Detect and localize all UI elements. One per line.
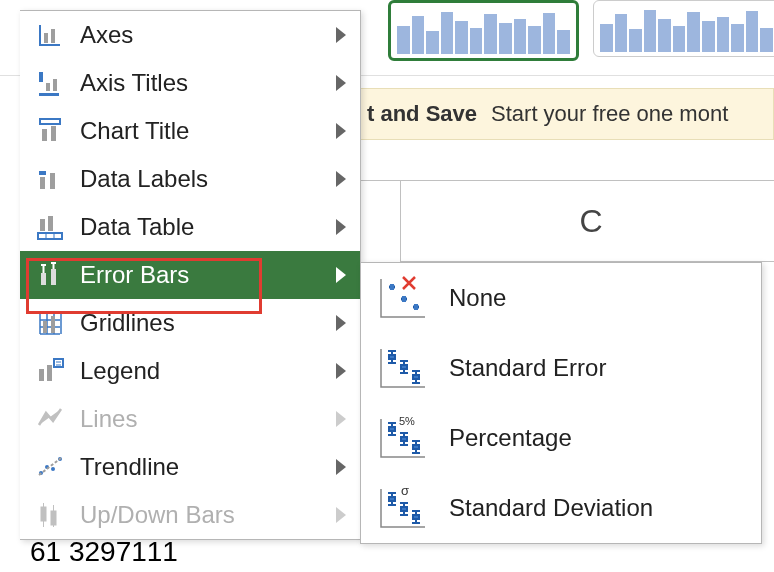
chevron-right-icon	[336, 507, 346, 523]
error-bars-none-icon	[375, 273, 431, 323]
svg-rect-8	[51, 126, 56, 141]
axes-icon	[34, 19, 66, 51]
legend-icon	[34, 355, 66, 387]
error-bars-icon	[34, 259, 66, 291]
submenu-label: Standard Deviation	[449, 494, 653, 522]
svg-rect-6	[40, 119, 60, 124]
menu-label: Up/Down Bars	[80, 501, 336, 529]
submenu-item-none[interactable]: None	[361, 263, 761, 333]
svg-rect-0	[44, 33, 48, 43]
svg-rect-68	[413, 445, 419, 449]
menu-item-trendline[interactable]: Trendline	[20, 443, 360, 491]
menu-item-lines: Lines	[20, 395, 360, 443]
svg-rect-25	[39, 369, 44, 381]
svg-text:σ: σ	[401, 483, 409, 498]
error-bars-stderr-icon	[375, 343, 431, 393]
svg-rect-14	[38, 233, 62, 239]
svg-rect-77	[401, 507, 407, 511]
svg-rect-17	[41, 273, 46, 285]
promo-banner: t and Save Start your free one mont	[360, 88, 774, 140]
svg-rect-47	[389, 355, 395, 359]
chart-element-menu: Axes Axis Titles Chart Title Data Labels…	[20, 10, 361, 540]
submenu-item-standard-error[interactable]: Standard Error	[361, 333, 761, 403]
sheet-header-row: C	[360, 180, 774, 271]
data-labels-icon	[34, 163, 66, 195]
column-header-c[interactable]: C	[400, 181, 774, 262]
menu-item-legend[interactable]: Legend	[20, 347, 360, 395]
svg-text:5%: 5%	[399, 415, 415, 427]
svg-rect-73	[389, 497, 395, 501]
submenu-label: Standard Error	[449, 354, 606, 382]
menu-label: Data Table	[80, 213, 336, 241]
menu-item-data-table[interactable]: Data Table	[20, 203, 360, 251]
menu-item-updown-bars: Up/Down Bars	[20, 491, 360, 539]
svg-rect-60	[389, 427, 395, 431]
menu-label: Trendline	[80, 453, 336, 481]
menu-item-data-labels[interactable]: Data Labels	[20, 155, 360, 203]
svg-rect-13	[48, 216, 53, 231]
submenu-label: None	[449, 284, 506, 312]
chevron-right-icon	[336, 363, 346, 379]
chevron-right-icon	[336, 315, 346, 331]
svg-rect-5	[39, 93, 59, 96]
error-bars-stddev-icon: σ	[375, 483, 431, 533]
error-bars-submenu: None Standard Error 5%	[360, 262, 762, 544]
error-bars-percentage-icon: 5%	[375, 413, 431, 463]
chart-style-thumb-2[interactable]	[593, 0, 774, 57]
svg-rect-1	[51, 29, 55, 43]
chevron-right-icon	[336, 411, 346, 427]
svg-rect-24	[51, 316, 55, 333]
menu-item-axis-titles[interactable]: Axis Titles	[20, 59, 360, 107]
chart-style-thumb-selected[interactable]	[388, 0, 579, 61]
chevron-right-icon	[336, 267, 346, 283]
submenu-label: Percentage	[449, 424, 572, 452]
chevron-right-icon	[336, 27, 346, 43]
svg-rect-2	[39, 72, 43, 82]
svg-rect-41	[402, 296, 406, 302]
svg-rect-81	[413, 515, 419, 519]
svg-rect-4	[53, 79, 57, 91]
svg-rect-55	[413, 375, 419, 379]
menu-label: Axes	[80, 21, 336, 49]
svg-point-32	[51, 467, 55, 471]
menu-item-axes[interactable]: Axes	[20, 11, 360, 59]
menu-item-chart-title[interactable]: Chart Title	[20, 107, 360, 155]
chevron-right-icon	[336, 459, 346, 475]
menu-label: Axis Titles	[80, 69, 336, 97]
menu-item-error-bars[interactable]: Error Bars	[20, 251, 360, 299]
svg-rect-3	[46, 83, 50, 91]
chevron-right-icon	[336, 75, 346, 91]
svg-rect-10	[39, 171, 46, 175]
menu-label: Error Bars	[80, 261, 336, 289]
cell-value-partial: 61 3297111	[30, 536, 178, 568]
menu-label: Lines	[80, 405, 336, 433]
svg-rect-64	[401, 437, 407, 441]
data-table-icon	[34, 211, 66, 243]
chart-title-icon	[34, 115, 66, 147]
svg-rect-51	[401, 365, 407, 369]
updown-bars-icon	[34, 499, 66, 531]
promo-bold: t and Save	[367, 101, 477, 127]
svg-rect-11	[50, 173, 55, 189]
svg-rect-18	[51, 269, 56, 285]
promo-text: Start your free one mont	[491, 101, 728, 127]
svg-rect-27	[54, 359, 63, 367]
chevron-right-icon	[336, 171, 346, 187]
gridlines-icon	[34, 307, 66, 339]
lines-icon	[34, 403, 66, 435]
svg-rect-43	[414, 304, 418, 310]
submenu-item-percentage[interactable]: 5% Percentage	[361, 403, 761, 473]
axis-titles-icon	[34, 67, 66, 99]
svg-rect-9	[40, 177, 45, 189]
submenu-item-standard-deviation[interactable]: σ Standard Deviation	[361, 473, 761, 543]
svg-rect-12	[40, 219, 45, 231]
menu-label: Legend	[80, 357, 336, 385]
menu-item-gridlines[interactable]: Gridlines	[20, 299, 360, 347]
menu-label: Gridlines	[80, 309, 336, 337]
trendline-icon	[34, 451, 66, 483]
chevron-right-icon	[336, 123, 346, 139]
svg-rect-39	[390, 284, 394, 290]
menu-label: Data Labels	[80, 165, 336, 193]
svg-rect-26	[47, 365, 52, 381]
svg-rect-7	[42, 129, 47, 141]
